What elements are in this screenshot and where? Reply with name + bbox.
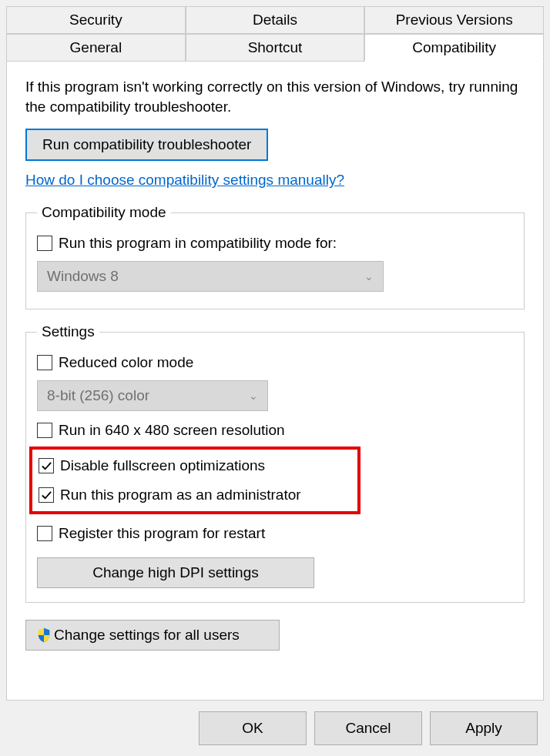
disable-fullscreen-checkbox[interactable] [39, 458, 54, 473]
intro-text: If this program isn't working correctly … [25, 77, 525, 116]
register-restart-label: Register this program for restart [59, 525, 265, 542]
compat-mode-checkbox[interactable] [37, 236, 52, 251]
apply-button[interactable]: Apply [430, 711, 538, 745]
run-640-label: Run in 640 x 480 screen resolution [59, 422, 285, 439]
color-depth-combo-value: 8-bit (256) color [47, 387, 149, 404]
shield-icon [35, 627, 52, 644]
register-restart-checkbox[interactable] [37, 526, 52, 541]
tab-security[interactable]: Security [6, 6, 186, 34]
settings-group: Settings Reduced color mode 8-bit (256) … [25, 323, 525, 603]
run-as-admin-label: Run this program as an administrator [60, 487, 301, 503]
compatibility-mode-group: Compatibility mode Run this program in c… [25, 204, 525, 309]
tab-strip: Security Details Previous Versions Gener… [6, 6, 544, 62]
color-depth-combo[interactable]: 8-bit (256) color ⌄ [37, 380, 268, 411]
properties-dialog: Security Details Previous Versions Gener… [0, 0, 550, 756]
run-troubleshooter-button[interactable]: Run compatibility troubleshooter [25, 129, 268, 161]
tab-compatibility[interactable]: Compatibility [364, 34, 544, 62]
tab-general[interactable]: General [6, 34, 186, 62]
dialog-footer: OK Cancel Apply [6, 701, 544, 756]
run-640-checkbox[interactable] [37, 423, 52, 438]
tab-shortcut[interactable]: Shortcut [186, 34, 365, 62]
help-link[interactable]: How do I choose compatibility settings m… [25, 172, 344, 189]
ok-button[interactable]: OK [199, 711, 307, 745]
compatibility-mode-legend: Compatibility mode [37, 204, 171, 221]
tab-previous-versions[interactable]: Previous Versions [364, 6, 544, 34]
settings-legend: Settings [37, 323, 99, 340]
reduced-color-label: Reduced color mode [59, 354, 193, 371]
chevron-down-icon: ⌄ [249, 390, 258, 402]
annotation-highlight: Disable fullscreen optimizations Run thi… [29, 447, 361, 514]
compatibility-tab-panel: If this program isn't working correctly … [6, 62, 544, 701]
chevron-down-icon: ⌄ [364, 270, 374, 283]
cancel-button[interactable]: Cancel [314, 711, 422, 745]
reduced-color-checkbox[interactable] [37, 355, 52, 370]
compat-mode-label: Run this program in compatibility mode f… [59, 235, 337, 252]
change-all-users-label: Change settings for all users [54, 627, 240, 644]
change-all-users-button[interactable]: Change settings for all users [25, 620, 280, 651]
run-as-admin-checkbox[interactable] [39, 487, 54, 503]
compat-mode-combo-value: Windows 8 [47, 268, 119, 285]
compat-mode-combo[interactable]: Windows 8 ⌄ [37, 261, 384, 292]
tab-details[interactable]: Details [186, 6, 365, 34]
change-dpi-button[interactable]: Change high DPI settings [37, 557, 314, 588]
disable-fullscreen-label: Disable fullscreen optimizations [60, 457, 265, 474]
